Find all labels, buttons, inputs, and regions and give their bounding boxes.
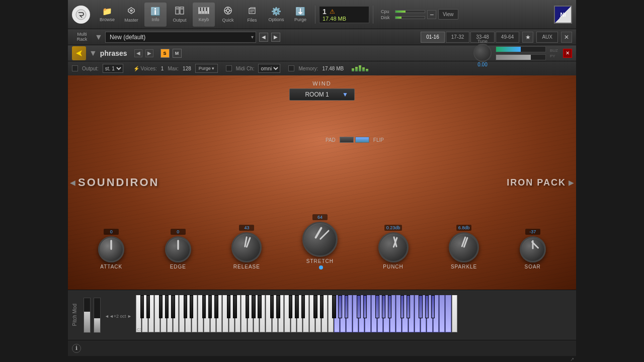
instrument-dropdown[interactable]: ▼ bbox=[89, 49, 97, 58]
black-key[interactable] bbox=[227, 295, 230, 318]
resize-handle[interactable]: ↗ bbox=[68, 356, 576, 362]
pad-btn-2[interactable] bbox=[355, 137, 369, 143]
black-key[interactable] bbox=[425, 295, 429, 318]
memory-checkbox[interactable] bbox=[288, 65, 294, 71]
black-key[interactable] bbox=[419, 295, 422, 318]
purge-button[interactable]: ⬇️ Purge bbox=[289, 3, 311, 27]
pitch-slider-2[interactable] bbox=[94, 298, 101, 333]
purge-dropdown-button[interactable]: Purge ▾ bbox=[195, 64, 218, 73]
instrument-close-button[interactable]: ✕ bbox=[563, 49, 572, 58]
black-key[interactable] bbox=[313, 295, 317, 318]
browse-button[interactable]: 📁 Browse bbox=[96, 3, 118, 27]
rack-tab-17-32[interactable]: 17-32 bbox=[446, 32, 470, 43]
black-key[interactable] bbox=[320, 295, 324, 318]
midi-checkbox[interactable] bbox=[226, 65, 232, 71]
inst-nav-prev[interactable]: ◀ bbox=[134, 49, 142, 57]
rack-dropdown-arrow[interactable]: ▼ bbox=[95, 34, 102, 41]
options-button[interactable]: ⚙️ Options bbox=[265, 3, 287, 27]
black-key[interactable] bbox=[431, 295, 435, 318]
punch-knob[interactable] bbox=[378, 232, 409, 262]
pad-btn-1[interactable] bbox=[340, 137, 354, 143]
rack-preset-name[interactable]: New (default) ▾ bbox=[105, 32, 256, 43]
black-key[interactable] bbox=[171, 295, 175, 318]
black-key[interactable] bbox=[270, 295, 274, 318]
room-selector[interactable]: ROOM 1 ▼ bbox=[289, 88, 355, 101]
black-key[interactable] bbox=[357, 295, 360, 318]
voices-label: ⚡ Voices: bbox=[133, 66, 157, 71]
view-button[interactable]: View bbox=[438, 9, 458, 20]
black-key[interactable] bbox=[246, 295, 249, 318]
rack-nav-next[interactable]: ▶ bbox=[271, 33, 280, 42]
pad-flip-section: PAD FLIP bbox=[326, 137, 384, 143]
rack-nav-prev[interactable]: ◀ bbox=[259, 33, 268, 42]
black-key[interactable] bbox=[400, 295, 404, 318]
info-bar-icon[interactable]: ℹ bbox=[72, 344, 81, 353]
wind-section: WIND ROOM 1 ▼ PAD FLIP bbox=[289, 80, 355, 113]
black-key[interactable] bbox=[338, 295, 342, 318]
black-key[interactable] bbox=[345, 295, 348, 318]
edge-label: EDGE bbox=[170, 264, 186, 269]
solo-button[interactable]: S bbox=[160, 49, 170, 58]
ni-logo: NI bbox=[554, 6, 572, 24]
sparkle-knob[interactable] bbox=[449, 232, 479, 262]
tune-slider-1[interactable] bbox=[496, 46, 546, 52]
instrument-back-icon[interactable] bbox=[72, 46, 86, 60]
black-key[interactable] bbox=[190, 295, 193, 318]
attack-knob[interactable] bbox=[98, 236, 124, 262]
attack-value: 0 bbox=[104, 229, 119, 235]
black-key[interactable] bbox=[165, 295, 169, 318]
black-key[interactable] bbox=[146, 295, 150, 318]
edge-arrow-left[interactable]: ◀ bbox=[70, 178, 75, 187]
minus-button[interactable]: − bbox=[427, 10, 436, 19]
level-bar-3 bbox=[359, 65, 361, 71]
black-key[interactable] bbox=[363, 295, 367, 318]
black-key[interactable] bbox=[184, 295, 187, 318]
black-key[interactable] bbox=[252, 295, 255, 318]
black-key[interactable] bbox=[301, 295, 305, 318]
pitch-sliders bbox=[84, 298, 101, 333]
midi-select[interactable]: omni bbox=[258, 64, 280, 73]
black-key[interactable] bbox=[375, 295, 379, 318]
tune-slider-2[interactable] bbox=[496, 54, 546, 60]
info-button[interactable]: ℹ️ Info bbox=[144, 3, 167, 27]
stretch-knob[interactable] bbox=[302, 222, 338, 257]
quick-button[interactable]: Quick bbox=[217, 3, 239, 27]
output-button[interactable]: Output bbox=[169, 3, 191, 27]
white-key[interactable] bbox=[452, 295, 457, 332]
black-key[interactable] bbox=[140, 295, 144, 318]
output-select[interactable]: st. 1 bbox=[103, 64, 123, 73]
black-key[interactable] bbox=[202, 295, 206, 318]
info-bar: ℹ bbox=[68, 340, 576, 356]
white-key[interactable] bbox=[439, 295, 445, 332]
release-knob[interactable] bbox=[231, 232, 262, 262]
black-key[interactable] bbox=[276, 295, 280, 318]
quick-icon bbox=[224, 7, 232, 17]
black-key[interactable] bbox=[289, 295, 292, 318]
black-key[interactable] bbox=[208, 295, 212, 318]
soar-knob[interactable] bbox=[520, 236, 546, 262]
pitch-slider-1[interactable] bbox=[84, 298, 91, 333]
black-key[interactable] bbox=[159, 295, 163, 318]
tune-knob[interactable] bbox=[473, 44, 492, 62]
keyb-button[interactable]: Keyb bbox=[193, 3, 215, 27]
black-key[interactable] bbox=[233, 295, 236, 318]
black-key[interactable] bbox=[382, 295, 385, 318]
edge-arrow-right[interactable]: ▶ bbox=[569, 178, 574, 187]
white-key[interactable] bbox=[445, 295, 451, 332]
rack-tab-01-16[interactable]: 01-16 bbox=[421, 32, 445, 43]
master-button[interactable]: Master bbox=[120, 3, 142, 27]
black-key[interactable] bbox=[407, 295, 410, 318]
black-key[interactable] bbox=[332, 295, 336, 318]
files-button[interactable]: Files bbox=[241, 3, 263, 27]
output-checkbox[interactable] bbox=[72, 65, 78, 71]
mute-button[interactable]: M bbox=[173, 49, 182, 58]
black-key[interactable] bbox=[388, 295, 391, 318]
svg-point-0 bbox=[76, 10, 86, 20]
edge-knob[interactable] bbox=[165, 236, 191, 262]
black-key[interactable] bbox=[214, 295, 218, 318]
black-key[interactable] bbox=[258, 295, 261, 318]
close-rack-button[interactable]: ✕ bbox=[561, 32, 572, 43]
inst-nav-next[interactable]: ▶ bbox=[145, 49, 153, 57]
black-key[interactable] bbox=[295, 295, 298, 318]
svg-rect-8 bbox=[199, 8, 200, 14]
